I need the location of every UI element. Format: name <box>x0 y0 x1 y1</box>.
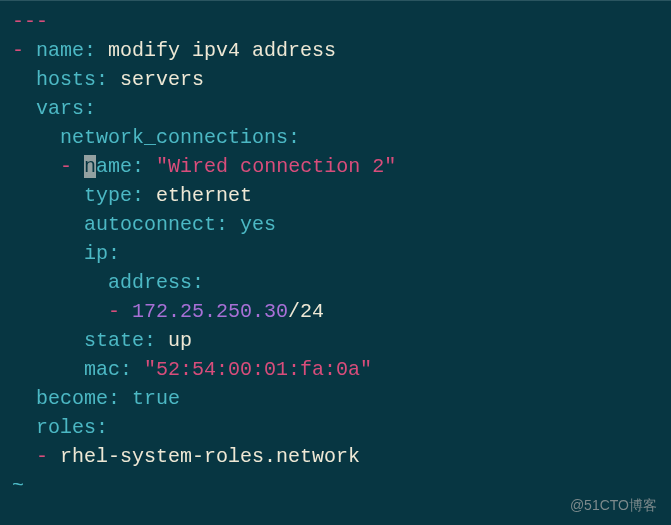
conn-name-key-rest: ame <box>96 155 132 178</box>
conn-name-line: - name: "Wired connection 2" <box>12 152 671 181</box>
hosts-value: servers <box>120 68 204 91</box>
conn-name-value: "Wired connection 2" <box>156 155 396 178</box>
autoconnect-line: autoconnect: yes <box>12 210 671 239</box>
ip-line: ip: <box>12 239 671 268</box>
play-name-value: modify ipv4 address <box>108 39 336 62</box>
mac-line: mac: "52:54:00:01:fa:0a" <box>12 355 671 384</box>
ip-key: ip <box>84 242 108 265</box>
role-item-line: - rhel-system-roles.network <box>12 442 671 471</box>
mac-value: "52:54:00:01:fa:0a" <box>144 358 372 381</box>
watermark: @51CTO博客 <box>570 495 657 515</box>
state-line: state: up <box>12 326 671 355</box>
ip-address-value: 172.25.250.30 <box>132 300 288 323</box>
hosts-line: hosts: servers <box>12 65 671 94</box>
name-key: name <box>36 39 84 62</box>
tilde-marker: ~ <box>12 474 24 497</box>
play-name-line: - name: modify ipv4 address <box>12 36 671 65</box>
autoconnect-key: autoconnect <box>84 213 216 236</box>
become-value: true <box>132 387 180 410</box>
address-key: address <box>108 271 192 294</box>
network-connections-key: network_connections <box>60 126 288 149</box>
vars-line: vars: <box>12 94 671 123</box>
become-key: become <box>36 387 108 410</box>
type-line: type: ethernet <box>12 181 671 210</box>
list-dash: - <box>60 155 72 178</box>
vars-key: vars <box>36 97 84 120</box>
roles-key: roles <box>36 416 96 439</box>
state-key: state <box>84 329 144 352</box>
roles-line: roles: <box>12 413 671 442</box>
state-value: up <box>168 329 192 352</box>
type-key: type <box>84 184 132 207</box>
hosts-key: hosts <box>36 68 96 91</box>
list-dash: - <box>36 445 48 468</box>
address-line: address: <box>12 268 671 297</box>
list-dash: - <box>12 39 24 62</box>
mac-key: mac <box>84 358 120 381</box>
address-item-line: - 172.25.250.30/24 <box>12 297 671 326</box>
become-line: become: true <box>12 384 671 413</box>
list-dash: - <box>108 300 120 323</box>
yaml-document-start: --- <box>12 7 671 36</box>
role-item-value: rhel-system-roles.network <box>60 445 360 468</box>
type-value: ethernet <box>156 184 252 207</box>
network-connections-line: network_connections: <box>12 123 671 152</box>
doc-start: --- <box>12 10 48 33</box>
autoconnect-value: yes <box>240 213 276 236</box>
ip-mask-value: /24 <box>288 300 324 323</box>
cursor-block: n <box>84 155 96 178</box>
